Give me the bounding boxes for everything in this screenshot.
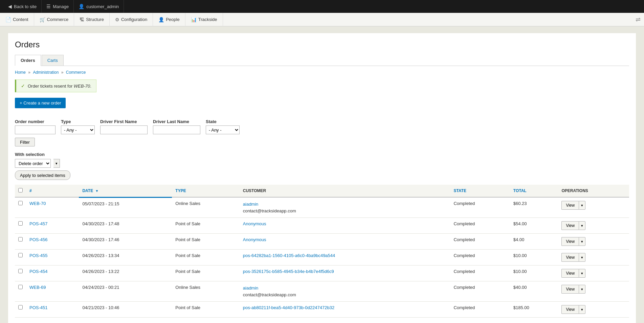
row-state: Completed [450, 234, 510, 250]
nav-configuration[interactable]: ⚙ Configuration [110, 13, 153, 26]
state-label: State [206, 119, 240, 124]
customer-info: aiadmin contact@tracksideapp.com [243, 285, 447, 298]
nav-content-label: Content [13, 17, 28, 22]
op-btn-group: View ▾ [561, 253, 626, 262]
order-id-link[interactable]: POS-451 [29, 305, 47, 310]
order-id-link[interactable]: POS-457 [29, 221, 47, 226]
order-number-input[interactable] [15, 125, 55, 134]
back-to-site-link[interactable]: ◀ Back to site [3, 0, 42, 13]
row-checkbox-cell [15, 250, 26, 266]
view-dropdown-button[interactable]: ▾ [579, 269, 585, 278]
back-label: Back to site [14, 4, 37, 9]
row-checkbox[interactable] [18, 269, 23, 273]
row-type: Online Sales [172, 197, 239, 218]
manage-link[interactable]: ☰ Manage [42, 0, 74, 13]
row-checkbox[interactable] [18, 221, 23, 226]
breadcrumb-admin[interactable]: Administration [33, 70, 59, 75]
view-dropdown-button[interactable]: ▾ [579, 221, 585, 230]
row-checkbox[interactable] [18, 253, 23, 257]
nav-structure[interactable]: 🏗 Structure [74, 13, 110, 26]
order-id-link[interactable]: WEB-69 [29, 285, 46, 290]
order-id-link[interactable]: WEB-70 [29, 201, 46, 206]
customer-name-link[interactable]: aiadmin [243, 285, 259, 291]
view-dropdown-button[interactable]: ▾ [579, 201, 585, 210]
col-date-link[interactable]: DATE ▼ [82, 188, 98, 193]
row-type: Point of Sale [172, 234, 239, 250]
table-row: WEB-6904/24/2023 - 00:21Online Sales aia… [15, 281, 629, 302]
tab-orders[interactable]: Orders [15, 55, 41, 66]
view-button[interactable]: View [561, 285, 579, 294]
page-title: Orders [15, 40, 629, 49]
config-icon: ⚙ [115, 17, 119, 22]
nav-content[interactable]: 📄 Content [0, 13, 34, 26]
breadcrumb-commerce[interactable]: Commerce [66, 70, 86, 75]
state-field: State - Any - [206, 119, 240, 134]
breadcrumb: Home » Administration » Commerce [15, 70, 629, 75]
row-total: $10.00 [510, 266, 558, 281]
row-checkbox[interactable] [18, 285, 23, 289]
row-type: Online Sales [172, 281, 239, 302]
state-select[interactable]: - Any - [206, 125, 240, 134]
view-dropdown-button[interactable]: ▾ [579, 305, 585, 314]
view-button[interactable]: View [561, 221, 579, 230]
create-order-button[interactable]: + Create a new order [15, 98, 66, 108]
view-dropdown-button[interactable]: ▾ [579, 237, 585, 246]
row-checkbox[interactable] [18, 201, 23, 205]
user-link[interactable]: 👤 customer_admin [74, 0, 124, 13]
driver-last-input[interactable] [153, 125, 200, 134]
view-dropdown-button[interactable]: ▾ [579, 253, 585, 262]
col-date: DATE ▼ [79, 185, 172, 197]
order-id-link[interactable]: POS-456 [29, 237, 47, 242]
view-dropdown-button[interactable]: ▾ [579, 285, 585, 294]
col-total: TOTAL [510, 185, 558, 197]
view-button[interactable]: View [561, 201, 579, 210]
breadcrumb-sep2: » [61, 70, 65, 75]
driver-first-input[interactable] [100, 125, 148, 134]
customer-name-link[interactable]: aiadmin [243, 202, 259, 207]
type-select[interactable]: - Any - [61, 125, 95, 134]
row-checkbox[interactable] [18, 237, 23, 241]
table-header: # DATE ▼ TYPE CUSTOMER STATE TOTAL [15, 185, 629, 197]
content-wrapper: Orders Orders Carts Home » Administratio… [8, 33, 636, 323]
tab-carts[interactable]: Carts [42, 55, 64, 66]
nav-people[interactable]: 👤 People [153, 13, 185, 26]
view-button[interactable]: View [561, 305, 579, 314]
col-state-link[interactable]: STATE [453, 188, 466, 193]
view-button[interactable]: View [561, 253, 579, 262]
user-label: customer_admin [86, 4, 119, 9]
customer-name-link[interactable]: pos-ab80211f-bea5-4d40-973b-0d2247472b32 [243, 305, 334, 310]
customer-name-link[interactable]: Anonymous [243, 221, 266, 226]
delete-order-select[interactable]: Delete order [15, 159, 51, 168]
driver-last-field: Driver Last Name [153, 119, 200, 134]
orders-table: # DATE ▼ TYPE CUSTOMER STATE TOTAL [15, 185, 629, 318]
delete-dropdown-arrow[interactable]: ▾ [53, 159, 60, 168]
row-state: Completed [450, 266, 510, 281]
apply-button[interactable]: Apply to selected items [15, 170, 70, 180]
row-total: $40.00 [510, 281, 558, 302]
order-id-link[interactable]: POS-454 [29, 269, 47, 274]
view-button[interactable]: View [561, 269, 579, 278]
order-id-link[interactable]: POS-455 [29, 253, 47, 258]
col-number-link[interactable]: # [29, 188, 32, 193]
customer-name-link[interactable]: pos-3526175c-b585-4945-b34e-b4b7e4f5d6c9 [243, 269, 334, 274]
col-type-link[interactable]: TYPE [175, 188, 186, 193]
row-id: POS-457 [26, 218, 79, 234]
breadcrumb-sep1: » [28, 70, 31, 75]
nav-right-toggle[interactable]: ⇌ [636, 16, 644, 23]
structure-icon: 🏗 [80, 17, 84, 22]
row-checkbox[interactable] [18, 305, 23, 309]
with-selection: With selection Delete order ▾ Apply to s… [15, 152, 629, 180]
customer-name-link[interactable]: Anonymous [243, 237, 266, 242]
select-all-checkbox[interactable] [18, 188, 23, 192]
view-button[interactable]: View [561, 237, 579, 246]
breadcrumb-home[interactable]: Home [15, 70, 26, 75]
nav-commerce[interactable]: 🛒 Commerce [34, 13, 74, 26]
check-icon: ✓ [21, 83, 25, 89]
customer-name-link[interactable]: pos-64282ba1-1560-4105-a6c0-4ba9bc49a544 [243, 253, 335, 258]
row-operations: View ▾ [558, 197, 629, 218]
col-total-link[interactable]: TOTAL [513, 188, 527, 193]
nav-trackside[interactable]: 📊 Trackside [185, 13, 223, 26]
filter-button[interactable]: Filter [15, 138, 35, 146]
driver-first-field: Driver First Name [100, 119, 148, 134]
people-icon: 👤 [158, 17, 164, 22]
